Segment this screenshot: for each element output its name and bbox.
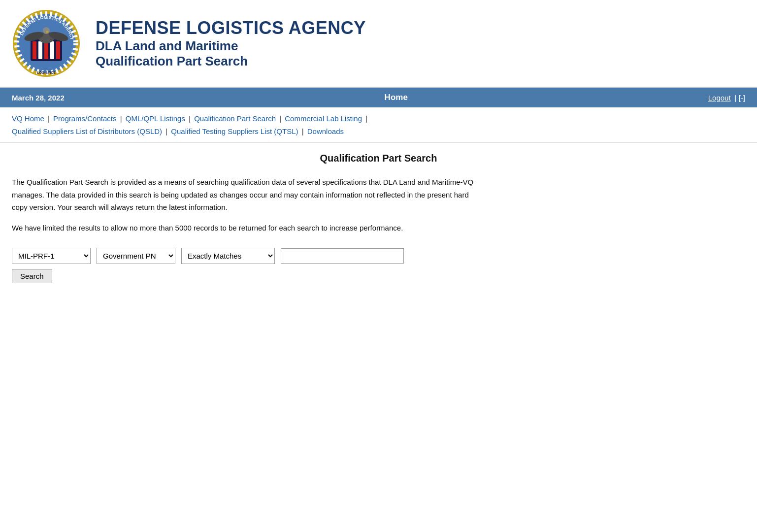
- spec-select[interactable]: MIL-PRF-1 MIL-PRF-2 MIL-PRF-3: [12, 248, 91, 264]
- agency-name: DEFENSE LOGISTICS AGENCY: [96, 18, 366, 38]
- breadcrumb-qtsl[interactable]: Qualified Testing Suppliers List (QTSL): [171, 127, 298, 135]
- header: DEFENSE LOGISTICS AGENCY LOGISTICS DEFEN…: [0, 0, 757, 88]
- svg-text:LOGISTICS: LOGISTICS: [37, 71, 56, 74]
- agency-logo: DEFENSE LOGISTICS AGENCY LOGISTICS: [12, 9, 81, 78]
- svg-rect-9: [56, 41, 60, 59]
- header-subtitle: Qualification Part Search: [96, 54, 366, 69]
- breadcrumb-qml-qpl[interactable]: QML/QPL Listings: [126, 114, 185, 123]
- search-input[interactable]: [281, 248, 404, 264]
- search-button[interactable]: Search: [12, 269, 52, 283]
- breadcrumb-vq-home[interactable]: VQ Home: [12, 114, 44, 123]
- search-row: MIL-PRF-1 MIL-PRF-2 MIL-PRF-3 Government…: [12, 248, 745, 264]
- svg-rect-6: [38, 41, 42, 59]
- svg-rect-7: [44, 41, 48, 59]
- svg-rect-8: [50, 41, 54, 59]
- breadcrumb-qsld[interactable]: Qualified Suppliers List of Distributors…: [12, 127, 162, 135]
- navbar: March 28, 2022 Home Logout | [-]: [0, 88, 757, 107]
- svg-rect-5: [33, 41, 36, 59]
- navbar-right: Logout | [-]: [708, 94, 745, 102]
- breadcrumb-programs[interactable]: Programs/Contacts: [53, 114, 116, 123]
- logout-button[interactable]: Logout: [708, 94, 731, 102]
- header-text: DEFENSE LOGISTICS AGENCY DLA Land and Ma…: [96, 18, 366, 69]
- division-name: DLA Land and Maritime: [96, 38, 366, 54]
- match-select[interactable]: Exactly Matches Contains Starts With: [181, 248, 275, 264]
- breadcrumb: VQ Home | Programs/Contacts | QML/QPL Li…: [0, 107, 757, 143]
- breadcrumb-downloads[interactable]: Downloads: [307, 127, 344, 135]
- search-button-row: Search: [12, 269, 745, 283]
- field-select[interactable]: Government PN Part Number Manufacturer: [97, 248, 175, 264]
- breadcrumb-qual-part-search[interactable]: Qualification Part Search: [194, 114, 276, 123]
- navbar-date: March 28, 2022: [12, 94, 65, 102]
- search-form: MIL-PRF-1 MIL-PRF-2 MIL-PRF-3 Government…: [12, 248, 745, 283]
- description-text: The Qualification Part Search is provide…: [12, 176, 485, 214]
- navbar-brackets: | [-]: [735, 94, 745, 102]
- page-title: Qualification Part Search: [12, 153, 745, 164]
- main-content: Qualification Part Search The Qualificat…: [0, 143, 757, 303]
- limit-notice: We have limited the results to allow no …: [12, 222, 485, 234]
- breadcrumb-commercial-lab[interactable]: Commercial Lab Listing: [285, 114, 362, 123]
- navbar-home-link[interactable]: Home: [84, 93, 708, 102]
